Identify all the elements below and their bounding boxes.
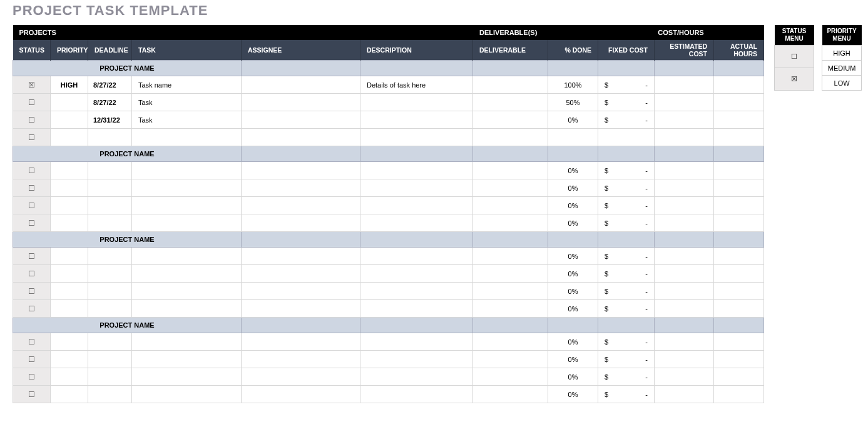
estimatedcost-cell[interactable] [655,94,714,111]
task-cell[interactable] [132,197,242,214]
assignee-cell[interactable] [242,283,360,300]
pctdone-cell[interactable]: 0% [548,265,598,283]
priority-cell[interactable] [51,111,88,129]
pctdone-cell[interactable]: 0% [548,179,598,197]
pctdone-cell[interactable]: 0% [548,351,598,368]
status-checkbox[interactable]: ☐ [13,283,51,300]
fixedcost-cell[interactable]: $- [598,386,655,403]
estimatedcost-cell[interactable] [655,76,714,94]
description-cell[interactable] [360,386,473,403]
actualhours-cell[interactable] [714,351,764,368]
deadline-cell[interactable] [88,179,132,197]
fixedcost-cell[interactable]: $- [598,76,655,94]
description-cell[interactable] [360,265,473,283]
fixedcost-cell[interactable]: $- [598,300,655,318]
deliverable-cell[interactable] [473,162,548,179]
assignee-cell[interactable] [242,300,360,318]
actualhours-cell[interactable] [714,368,764,386]
pctdone-cell[interactable]: 100% [548,76,598,94]
deliverable-cell[interactable] [473,111,548,129]
deliverable-cell[interactable] [473,283,548,300]
task-cell[interactable]: Task [132,111,242,129]
priority-cell[interactable] [51,368,88,386]
deliverable-cell[interactable] [473,386,548,403]
assignee-cell[interactable] [242,179,360,197]
status-checkbox[interactable]: ☐ [13,197,51,214]
fixedcost-cell[interactable]: $- [598,214,655,232]
status-menu-checked[interactable]: ☒ [775,68,814,91]
actualhours-cell[interactable] [714,265,764,283]
deadline-cell[interactable] [88,300,132,318]
status-checkbox[interactable]: ☐ [13,214,51,232]
assignee-cell[interactable] [242,94,360,111]
actualhours-cell[interactable] [714,111,764,129]
deadline-cell[interactable] [88,333,132,351]
estimatedcost-cell[interactable] [655,129,714,146]
actualhours-cell[interactable] [714,248,764,265]
priority-cell[interactable] [51,265,88,283]
task-cell[interactable] [132,214,242,232]
actualhours-cell[interactable] [714,129,764,146]
status-checkbox[interactable]: ☐ [13,248,51,265]
assignee-cell[interactable] [242,351,360,368]
estimatedcost-cell[interactable] [655,333,714,351]
pctdone-cell[interactable]: 0% [548,162,598,179]
estimatedcost-cell[interactable] [655,386,714,403]
assignee-cell[interactable] [242,111,360,129]
priority-cell[interactable]: HIGH [51,76,88,94]
priority-cell[interactable] [51,94,88,111]
pctdone-cell[interactable]: 0% [548,111,598,129]
pctdone-cell[interactable]: 0% [548,248,598,265]
deliverable-cell[interactable] [473,300,548,318]
priority-cell[interactable] [51,283,88,300]
fixedcost-cell[interactable]: $- [598,265,655,283]
estimatedcost-cell[interactable] [655,368,714,386]
assignee-cell[interactable] [242,129,360,146]
deadline-cell[interactable] [88,129,132,146]
priority-cell[interactable] [51,351,88,368]
assignee-cell[interactable] [242,333,360,351]
deadline-cell[interactable] [88,368,132,386]
fixedcost-cell[interactable]: $- [598,333,655,351]
priority-cell[interactable] [51,162,88,179]
pctdone-cell[interactable]: 0% [548,333,598,351]
assignee-cell[interactable] [242,265,360,283]
status-checkbox[interactable]: ☐ [13,386,51,403]
actualhours-cell[interactable] [714,162,764,179]
project-name[interactable]: PROJECT NAME [13,61,242,76]
actualhours-cell[interactable] [714,300,764,318]
priority-cell[interactable] [51,179,88,197]
estimatedcost-cell[interactable] [655,214,714,232]
deadline-cell[interactable] [88,351,132,368]
fixedcost-cell[interactable]: $- [598,111,655,129]
description-cell[interactable] [360,94,473,111]
status-checkbox[interactable]: ☐ [13,94,51,111]
deadline-cell[interactable] [88,265,132,283]
estimatedcost-cell[interactable] [655,179,714,197]
estimatedcost-cell[interactable] [655,300,714,318]
fixedcost-cell[interactable]: $- [598,197,655,214]
priority-cell[interactable] [51,386,88,403]
deadline-cell[interactable] [88,386,132,403]
status-checkbox[interactable]: ☐ [13,111,51,129]
deliverable-cell[interactable] [473,129,548,146]
estimatedcost-cell[interactable] [655,351,714,368]
priority-menu-high[interactable]: HIGH [822,46,862,61]
description-cell[interactable] [360,111,473,129]
task-cell[interactable] [132,248,242,265]
fixedcost-cell[interactable]: $- [598,351,655,368]
task-cell[interactable] [132,129,242,146]
actualhours-cell[interactable] [714,214,764,232]
assignee-cell[interactable] [242,248,360,265]
priority-cell[interactable] [51,300,88,318]
task-cell[interactable] [132,179,242,197]
estimatedcost-cell[interactable] [655,111,714,129]
pctdone-cell[interactable]: 0% [548,300,598,318]
status-checkbox[interactable]: ☐ [13,129,51,146]
task-cell[interactable] [132,300,242,318]
pctdone-cell[interactable]: 50% [548,94,598,111]
description-cell[interactable] [360,197,473,214]
pctdone-cell[interactable]: 0% [548,197,598,214]
assignee-cell[interactable] [242,368,360,386]
fixedcost-cell[interactable]: $- [598,94,655,111]
